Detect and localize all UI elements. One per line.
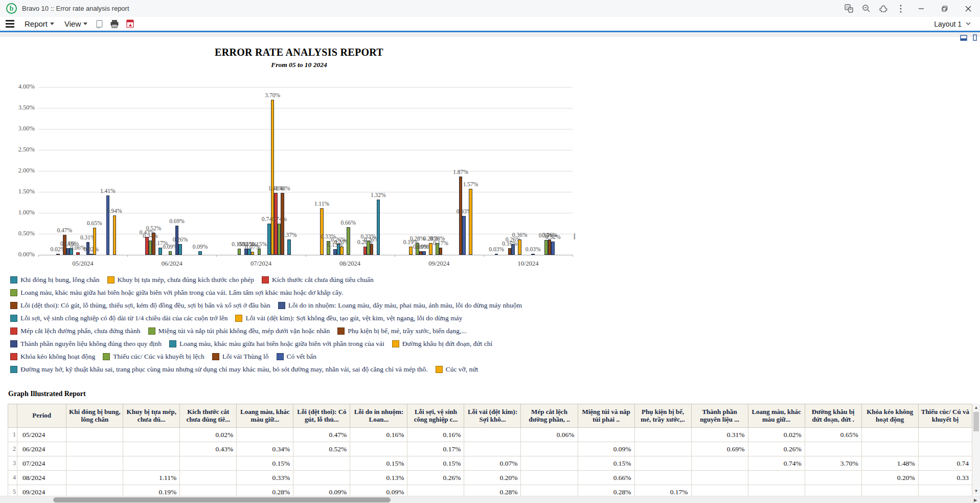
bar-value-label: 0.31% [74, 234, 102, 240]
report-menu[interactable]: Report [21, 18, 57, 29]
legend-label: Lỗi sợi, vệ sinh công nghiệp có độ dài t… [20, 314, 227, 322]
bar-value-label: 1.41% [94, 188, 122, 194]
value-cell [66, 456, 123, 471]
legend-swatch [10, 315, 17, 322]
scroll-right-icon[interactable]: ▶ [972, 497, 979, 503]
vertical-scroll-thumb[interactable] [973, 412, 979, 431]
bar [370, 244, 374, 255]
legend-line: Thành phần nguyên liệu không đúng theo q… [10, 337, 522, 350]
window-title: Bravo 10 :: Error rate analysis report [22, 5, 129, 12]
legend-label: Thành phần nguyên liệu không đúng theo q… [20, 340, 162, 348]
report-viewport: ERROR RATE ANALYSIS REPORT From 05 to 10… [0, 32, 980, 503]
view-menu[interactable]: View [61, 18, 90, 29]
legend-label: Loang màu, khác màu giữa hai biên hoặc g… [20, 289, 343, 297]
legend-item: Lỗi sợi, vệ sinh công nghiệp có độ dài t… [10, 314, 227, 322]
value-cell [634, 442, 691, 456]
x-axis-category-label: 10/2024 [505, 260, 551, 268]
legend-label: Thiếu cúc/ Cúc và khuyết bị lệch [113, 353, 204, 361]
legend-line: Đường may hở, kỹ thuật khâu sai, trang p… [10, 363, 522, 376]
column-header[interactable]: Loang màu, khác màu giữ... [748, 404, 805, 428]
table-vertical-scrollbar[interactable]: ▲ ▼ [972, 404, 980, 495]
kebab-menu-icon[interactable] [892, 2, 909, 15]
scroll-down-icon[interactable]: ▼ [972, 487, 980, 495]
column-header[interactable]: Lỗi do in nhuộm: Loan... [350, 404, 407, 428]
value-cell: 0.17% [407, 442, 464, 456]
x-axis-tick [216, 255, 217, 257]
column-header[interactable]: Miệng túi và nắp túi phải .. [578, 404, 634, 428]
column-header[interactable]: Phụ kiện bị bể, mẻ, trầy xước,.. [634, 404, 691, 428]
bar [469, 189, 472, 255]
value-cell [180, 456, 237, 471]
legend-item: Lỗi vải Thùng lỗ [212, 353, 269, 361]
translate-icon[interactable]: G [840, 2, 857, 15]
x-axis-tick [573, 255, 573, 257]
bar-value-label: 1.57% [457, 181, 485, 187]
column-header[interactable]: Lỗi vải (dệt kim): Sợi khô... [464, 404, 521, 428]
y-axis-tick-label: 4.00% [3, 83, 35, 91]
bar [178, 244, 182, 255]
column-header[interactable]: Lỗi sợi, vệ sinh công nghiệp c... [407, 404, 464, 428]
value-cell [748, 471, 805, 485]
column-header[interactable]: Đường khâu bị đứt đoạn, đứt . [805, 404, 861, 428]
table-row[interactable]: 307/20240.15%0.15%0.15%0.07%0.15%0.74%3.… [8, 456, 972, 471]
column-header[interactable]: Khi đóng bị bung, lông chân [66, 404, 123, 428]
column-header[interactable]: Mép cắt lệch đường phần, .. [521, 404, 578, 428]
bar-value-label: 0.17% [427, 240, 454, 246]
value-cell: 0.33 [918, 471, 972, 485]
view-menu-label: View [64, 19, 81, 28]
scroll-up-icon[interactable]: ▲ [972, 404, 980, 411]
table-row[interactable]: 206/20240.43%0.34%0.52%0.17%0.09%0.69%0.… [8, 442, 972, 456]
gridline [38, 108, 573, 108]
collapse-panel-icon[interactable] [971, 34, 979, 41]
column-header[interactable]: Loang màu, khác màu giữ... [237, 404, 293, 428]
table-row[interactable]: 105/20240.02%0.47%0.16%0.16%0.06%0.31%0.… [8, 428, 972, 442]
gridline [38, 171, 573, 171]
column-header[interactable]: Lỗi (dệt thoi): Có gút, lỗ thủ... [293, 404, 350, 428]
bar [56, 254, 60, 255]
bar-value-label: 1.87% [447, 169, 474, 175]
bar-value-label: 1.48% [269, 185, 297, 191]
value-cell [180, 471, 237, 485]
dock-panel-icon[interactable] [960, 34, 968, 41]
horizontal-scroll-thumb[interactable] [53, 497, 391, 502]
table-row[interactable]: 408/20241.11%0.33%0.13%0.26%0.20%0.66%0.… [8, 471, 972, 485]
print-icon[interactable] [108, 18, 121, 30]
data-table: PeriodKhi đóng bị bung, lông chânKhuy bị… [8, 404, 972, 499]
export-pdf-icon[interactable] [123, 18, 136, 30]
chevron-down-icon [50, 23, 54, 25]
bar [198, 251, 202, 255]
x-axis-category-label: 06/2024 [149, 260, 195, 268]
value-cell: 0.13% [350, 471, 407, 485]
zoom-icon[interactable] [857, 2, 875, 15]
value-cell [464, 428, 521, 442]
row-number-header [8, 404, 17, 428]
column-header[interactable]: Khuy bị tựa mép, chưa đú... [123, 404, 180, 428]
column-header[interactable]: Kích thước cắt chưa đúng tiê... [180, 404, 237, 428]
bar-value-label: 0.36% [506, 232, 534, 238]
period-cell: 06/2024 [17, 442, 66, 456]
chevron-down-icon [966, 22, 971, 26]
legend-swatch [10, 327, 17, 335]
row-number: 4 [8, 471, 17, 485]
minimize-button[interactable] [909, 0, 933, 17]
bar [281, 193, 284, 255]
legend-item: Loang màu, khác màu giữa hai biên hoặc g… [169, 340, 384, 348]
row-number: 2 [8, 442, 17, 456]
export-icon[interactable] [93, 18, 106, 30]
extensions-icon[interactable] [875, 2, 892, 15]
column-header[interactable]: Thiếu cúc/ Cú và khuyết bị [918, 404, 972, 428]
horizontal-scrollbar[interactable]: ▶ [0, 496, 980, 503]
column-header[interactable]: Thành phần nguyên liệu ... [691, 404, 748, 428]
legend-swatch [235, 315, 242, 322]
maximize-button[interactable] [933, 0, 956, 17]
close-button[interactable] [956, 0, 980, 17]
column-header[interactable]: Khóa kéo không hoạt động [861, 404, 918, 428]
hamburger-menu-icon[interactable] [2, 18, 17, 30]
column-header[interactable]: Period [17, 404, 66, 428]
legend-label: Lỗi vải (dệt kim): Sợi không đều, tạo gú… [245, 314, 462, 322]
gridline [38, 234, 573, 234]
bar-value-label: 0.03% [519, 246, 547, 252]
app-logo: b [6, 3, 17, 14]
layout-selector[interactable]: Layout 1 [934, 20, 971, 28]
value-cell: 3.70% [805, 456, 861, 471]
